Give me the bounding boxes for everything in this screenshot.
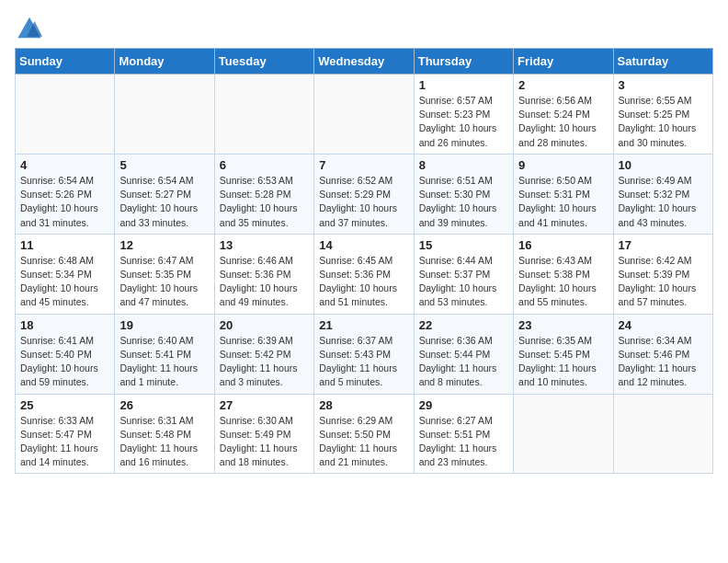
day-number: 1 [419,78,508,92]
calendar-cell: 23Sunrise: 6:35 AMSunset: 5:45 PMDayligh… [514,314,613,394]
calendar-cell: 6Sunrise: 6:53 AMSunset: 5:28 PMDaylight… [214,154,313,234]
calendar-cell [314,75,414,155]
day-number: 29 [419,398,508,412]
calendar-cell: 7Sunrise: 6:52 AMSunset: 5:29 PMDaylight… [314,154,414,234]
calendar-cell: 18Sunrise: 6:41 AMSunset: 5:40 PMDayligh… [16,314,115,394]
day-info: Sunrise: 6:27 AMSunset: 5:51 PMDaylight:… [419,414,508,470]
weekday-header-friday: Friday [514,49,613,75]
day-info: Sunrise: 6:46 AMSunset: 5:36 PMDaylight:… [220,254,309,310]
day-info: Sunrise: 6:42 AMSunset: 5:39 PMDaylight:… [619,254,708,310]
day-number: 7 [319,158,408,172]
page-header [15,15,713,40]
calendar-cell: 14Sunrise: 6:45 AMSunset: 5:36 PMDayligh… [314,234,414,314]
calendar-cell [115,75,214,155]
day-info: Sunrise: 6:57 AMSunset: 5:23 PMDaylight:… [419,94,508,150]
calendar-week-3: 18Sunrise: 6:41 AMSunset: 5:40 PMDayligh… [16,314,713,394]
day-info: Sunrise: 6:54 AMSunset: 5:26 PMDaylight:… [20,174,109,230]
day-number: 15 [419,238,508,252]
calendar-week-4: 25Sunrise: 6:33 AMSunset: 5:47 PMDayligh… [16,394,713,474]
calendar-cell: 16Sunrise: 6:43 AMSunset: 5:38 PMDayligh… [514,234,613,314]
weekday-header-tuesday: Tuesday [214,49,313,75]
day-number: 20 [220,318,309,332]
calendar-cell: 22Sunrise: 6:36 AMSunset: 5:44 PMDayligh… [414,314,513,394]
day-number: 11 [20,238,109,252]
calendar-cell: 8Sunrise: 6:51 AMSunset: 5:30 PMDaylight… [414,154,513,234]
day-info: Sunrise: 6:39 AMSunset: 5:42 PMDaylight:… [220,334,309,390]
calendar-cell [16,75,115,155]
weekday-header-saturday: Saturday [613,49,712,75]
calendar-cell: 4Sunrise: 6:54 AMSunset: 5:26 PMDaylight… [16,154,115,234]
day-info: Sunrise: 6:45 AMSunset: 5:36 PMDaylight:… [319,254,408,310]
day-number: 14 [319,238,408,252]
day-number: 25 [20,398,109,412]
day-number: 23 [518,318,608,332]
calendar-cell: 25Sunrise: 6:33 AMSunset: 5:47 PMDayligh… [16,394,115,474]
day-number: 3 [619,78,708,92]
calendar-cell: 28Sunrise: 6:29 AMSunset: 5:50 PMDayligh… [314,394,414,474]
day-number: 9 [518,158,608,172]
weekday-header-monday: Monday [115,49,214,75]
day-number: 5 [119,158,209,172]
day-info: Sunrise: 6:33 AMSunset: 5:47 PMDaylight:… [20,414,109,470]
calendar-cell: 15Sunrise: 6:44 AMSunset: 5:37 PMDayligh… [414,234,513,314]
day-number: 22 [419,318,508,332]
calendar-week-1: 4Sunrise: 6:54 AMSunset: 5:26 PMDaylight… [16,154,713,234]
calendar-cell: 27Sunrise: 6:30 AMSunset: 5:49 PMDayligh… [214,394,313,474]
day-info: Sunrise: 6:41 AMSunset: 5:40 PMDaylight:… [20,334,109,390]
calendar-cell: 10Sunrise: 6:49 AMSunset: 5:32 PMDayligh… [613,154,712,234]
day-number: 19 [119,318,209,332]
weekday-header-wednesday: Wednesday [314,49,414,75]
day-info: Sunrise: 6:53 AMSunset: 5:28 PMDaylight:… [220,174,309,230]
calendar-cell [613,394,712,474]
calendar-week-0: 1Sunrise: 6:57 AMSunset: 5:23 PMDaylight… [16,75,713,155]
calendar-cell: 12Sunrise: 6:47 AMSunset: 5:35 PMDayligh… [115,234,214,314]
calendar-cell: 1Sunrise: 6:57 AMSunset: 5:23 PMDaylight… [414,75,513,155]
day-number: 24 [619,318,708,332]
day-info: Sunrise: 6:31 AMSunset: 5:48 PMDaylight:… [119,414,209,470]
day-info: Sunrise: 6:30 AMSunset: 5:49 PMDaylight:… [220,414,309,470]
day-info: Sunrise: 6:44 AMSunset: 5:37 PMDaylight:… [419,254,508,310]
calendar-cell: 2Sunrise: 6:56 AMSunset: 5:24 PMDaylight… [514,75,613,155]
calendar-cell: 5Sunrise: 6:54 AMSunset: 5:27 PMDaylight… [115,154,214,234]
day-number: 8 [419,158,508,172]
calendar-table: SundayMondayTuesdayWednesdayThursdayFrid… [15,48,713,474]
calendar-cell: 9Sunrise: 6:50 AMSunset: 5:31 PMDaylight… [514,154,613,234]
calendar-cell: 19Sunrise: 6:40 AMSunset: 5:41 PMDayligh… [115,314,214,394]
day-info: Sunrise: 6:34 AMSunset: 5:46 PMDaylight:… [619,334,708,390]
day-number: 13 [220,238,309,252]
logo-icon [17,15,42,40]
calendar-cell: 13Sunrise: 6:46 AMSunset: 5:36 PMDayligh… [214,234,313,314]
day-info: Sunrise: 6:29 AMSunset: 5:50 PMDaylight:… [319,414,408,470]
day-number: 27 [220,398,309,412]
weekday-header-sunday: Sunday [16,49,115,75]
day-info: Sunrise: 6:50 AMSunset: 5:31 PMDaylight:… [518,174,608,230]
calendar-cell [214,75,313,155]
day-info: Sunrise: 6:43 AMSunset: 5:38 PMDaylight:… [518,254,608,310]
day-number: 26 [119,398,209,412]
day-info: Sunrise: 6:48 AMSunset: 5:34 PMDaylight:… [20,254,109,310]
calendar-cell: 21Sunrise: 6:37 AMSunset: 5:43 PMDayligh… [314,314,414,394]
day-info: Sunrise: 6:51 AMSunset: 5:30 PMDaylight:… [419,174,508,230]
calendar-cell: 11Sunrise: 6:48 AMSunset: 5:34 PMDayligh… [16,234,115,314]
day-info: Sunrise: 6:37 AMSunset: 5:43 PMDaylight:… [319,334,408,390]
day-info: Sunrise: 6:56 AMSunset: 5:24 PMDaylight:… [518,94,608,150]
day-info: Sunrise: 6:47 AMSunset: 5:35 PMDaylight:… [119,254,209,310]
day-number: 21 [319,318,408,332]
day-number: 28 [319,398,408,412]
day-info: Sunrise: 6:40 AMSunset: 5:41 PMDaylight:… [119,334,209,390]
day-info: Sunrise: 6:49 AMSunset: 5:32 PMDaylight:… [619,174,708,230]
day-number: 12 [119,238,209,252]
day-info: Sunrise: 6:54 AMSunset: 5:27 PMDaylight:… [119,174,209,230]
calendar-cell [514,394,613,474]
day-number: 17 [619,238,708,252]
day-number: 6 [220,158,309,172]
day-number: 18 [20,318,109,332]
weekday-header-thursday: Thursday [414,49,513,75]
calendar-header: SundayMondayTuesdayWednesdayThursdayFrid… [16,49,713,75]
day-number: 16 [518,238,608,252]
day-info: Sunrise: 6:36 AMSunset: 5:44 PMDaylight:… [419,334,508,390]
calendar-cell: 26Sunrise: 6:31 AMSunset: 5:48 PMDayligh… [115,394,214,474]
calendar-cell: 17Sunrise: 6:42 AMSunset: 5:39 PMDayligh… [613,234,712,314]
day-number: 4 [20,158,109,172]
day-number: 2 [518,78,608,92]
